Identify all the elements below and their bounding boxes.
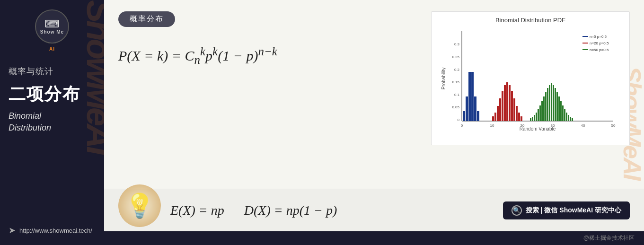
chart-title: Binomial Distribution PDF [436,17,625,24]
svg-rect-18 [466,96,468,121]
svg-text:40: 40 [581,123,585,128]
svg-text:0.2: 0.2 [454,68,460,72]
svg-text:n=5 p=0.5: n=5 p=0.5 [590,35,607,39]
svg-rect-31 [511,91,513,121]
svg-rect-58 [572,118,573,121]
svg-text:0.25: 0.25 [452,55,459,59]
svg-text:0.05: 0.05 [452,105,459,109]
svg-rect-29 [506,82,508,121]
title-en-line2: Distribution [9,123,51,132]
svg-rect-26 [499,98,501,121]
sidebar-title-main: 二项分布 [9,85,80,104]
lightbulb-bg: 💡 [118,184,161,227]
svg-rect-24 [494,113,496,121]
svg-rect-39 [536,113,537,121]
svg-rect-40 [538,109,539,121]
svg-text:0.3: 0.3 [454,42,460,46]
svg-text:0: 0 [458,118,460,122]
svg-rect-46 [549,85,550,121]
svg-text:0.1: 0.1 [454,93,460,97]
search-icon: 🔍 [512,205,522,216]
svg-rect-36 [530,118,531,121]
search-badge[interactable]: 🔍 搜索 | 微信 ShowMeAI 研究中心 [503,201,630,219]
bottom-section: 💡 E(X) = np D(X) = np(1 − p) 🔍 搜索 | 微信 S… [104,189,644,231]
svg-rect-45 [547,88,548,121]
svg-rect-28 [504,85,506,121]
svg-rect-19 [468,72,471,121]
logo-show-text: Show Me [40,29,64,35]
svg-rect-37 [532,117,533,121]
svg-text:0.15: 0.15 [452,80,459,84]
svg-rect-17 [463,111,465,121]
svg-rect-27 [502,91,503,121]
svg-rect-41 [539,105,541,121]
svg-rect-34 [518,113,520,121]
title-en-line1: Binomial [9,111,41,121]
tag-pill: 概率分布 [118,11,175,27]
footer-text: @稀土掘金技术社区 [583,234,635,242]
logo-ai-text: AI [49,46,55,52]
svg-rect-63 [582,49,588,50]
chart-svg: Probability Random Variable 0 0.05 0.1 0… [441,26,620,140]
svg-rect-44 [545,92,547,121]
svg-text:0: 0 [461,123,463,128]
formula-bottom: E(X) = np D(X) = np(1 − p) [170,203,337,218]
svg-rect-48 [553,85,554,121]
sidebar-link[interactable]: ➤ http://www.showmeai.tech/ [9,225,92,236]
svg-text:Probability: Probability [441,68,446,90]
svg-rect-35 [520,116,522,121]
svg-text:10: 10 [490,123,494,128]
svg-rect-33 [516,106,518,121]
svg-rect-56 [568,115,569,121]
sidebar: ⌨ Show Me AI 概率与统计 二项分布 Binomial Distrib… [0,0,104,245]
svg-rect-21 [474,96,476,121]
svg-rect-23 [492,116,494,121]
svg-rect-55 [566,113,567,121]
svg-rect-50 [556,92,558,121]
svg-rect-52 [560,101,562,121]
svg-text:50: 50 [611,123,616,128]
link-text: http://www.showmeai.tech/ [19,227,92,234]
svg-rect-59 [582,36,588,37]
svg-rect-51 [558,96,560,121]
lightbulb-icon: 💡 [125,192,154,219]
chart-area: Binomial Distribution PDF Probability Ra… [431,11,630,145]
search-badge-text: 搜索 | 微信 ShowMeAI 研究中心 [526,206,621,215]
svg-rect-49 [555,88,556,121]
svg-rect-20 [471,72,474,121]
logo-icon: ⌨ [44,19,60,29]
svg-rect-47 [551,83,552,121]
svg-rect-61 [582,43,588,44]
main-content: ShowMeAI 概率分布 P(X = k) = Cnkpk(1 − p)n−k… [104,0,644,245]
svg-text:n=50 p=0.5: n=50 p=0.5 [590,48,609,52]
svg-text:30: 30 [551,123,555,128]
svg-text:n=20 p=0.5: n=20 p=0.5 [590,41,609,45]
svg-rect-42 [541,101,543,121]
svg-text:20: 20 [520,123,525,128]
svg-rect-25 [497,106,499,121]
top-section: 概率分布 P(X = k) = Cnkpk(1 − p)n−k Binomial… [104,0,644,189]
sidebar-subtitle: 概率与统计 [9,66,53,77]
svg-rect-43 [543,96,545,121]
svg-rect-54 [564,109,565,121]
formula-area: 概率分布 P(X = k) = Cnkpk(1 − p)n−k [118,11,417,74]
svg-rect-57 [570,117,571,121]
svg-rect-30 [509,85,511,121]
svg-rect-38 [534,115,535,121]
sidebar-title-en: Binomial Distribution [9,110,51,134]
svg-rect-32 [513,98,515,121]
logo-circle: ⌨ Show Me [35,9,69,44]
footer-bar: @稀土掘金技术社区 [104,231,644,245]
svg-rect-53 [562,105,564,121]
link-icon: ➤ [9,225,16,236]
formula-main: P(X = k) = Cnkpk(1 − p)n−k [118,37,417,74]
svg-rect-22 [477,111,479,121]
logo-area: ⌨ Show Me AI [9,9,96,52]
